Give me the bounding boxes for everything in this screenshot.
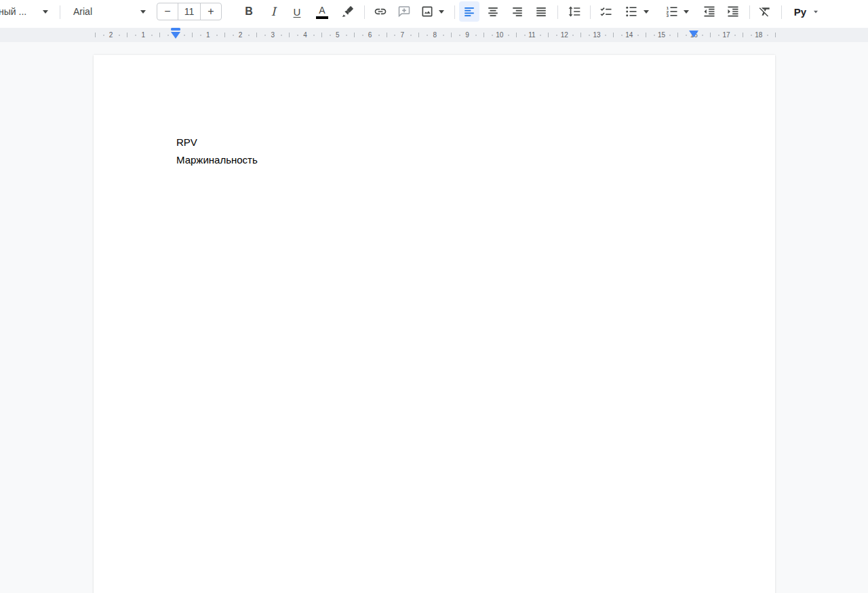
chevron-down-icon[interactable]	[682, 1, 691, 22]
decrease-font-size-button[interactable]: −	[157, 3, 178, 20]
ruler-tick	[451, 33, 452, 37]
ruler-number: 1	[206, 32, 210, 39]
link-icon	[374, 5, 387, 18]
ruler-number: 1	[141, 32, 145, 39]
ruler-dot	[184, 35, 185, 36]
ruler-dot	[427, 35, 428, 36]
ruler-tick	[95, 33, 96, 37]
underline-button[interactable]: U	[287, 1, 307, 22]
ruler-number: 18	[755, 32, 762, 39]
ruler-tick	[743, 33, 743, 37]
document-page[interactable]: RPVМаржинальность	[94, 55, 775, 593]
line-spacing-icon	[568, 5, 581, 18]
add-comment-button[interactable]	[394, 1, 414, 22]
numbered-list-button[interactable]: 123	[662, 1, 682, 22]
chevron-down-icon[interactable]	[811, 1, 821, 22]
comment-add-icon	[397, 5, 411, 18]
ruler-tick	[127, 33, 127, 37]
ruler-tick	[256, 33, 257, 37]
toolbar-separator	[749, 5, 750, 19]
font-family-selector[interactable]: Arial	[73, 1, 92, 22]
ruler-number: 5	[336, 32, 340, 39]
left-indent-marker[interactable]	[171, 32, 180, 39]
chevron-down-icon[interactable]	[437, 1, 446, 22]
ruler-number: 10	[496, 32, 503, 39]
ruler-dot	[540, 35, 541, 36]
right-indent-marker[interactable]	[689, 31, 698, 37]
ruler-dot	[508, 35, 509, 36]
paragraph-style-selector[interactable]: ный ...	[0, 1, 34, 22]
checklist-button[interactable]	[596, 1, 616, 22]
numbered-list-icon: 123	[665, 5, 679, 18]
bulleted-list-icon	[625, 5, 638, 18]
ruler-tick	[418, 33, 419, 37]
document-text-area[interactable]: RPVМаржинальность	[176, 134, 693, 169]
ruler-dot	[669, 35, 671, 36]
font-size-control: − 11 +	[157, 3, 222, 20]
formatting-toolbar: ный ... Arial − 11 + B I U A	[0, 0, 868, 27]
insert-link-button[interactable]	[370, 1, 391, 22]
chevron-down-icon[interactable]	[642, 1, 651, 22]
ruler-dot	[492, 35, 493, 36]
ruler-tick	[677, 33, 678, 37]
ruler-number: 17	[723, 32, 730, 39]
image-icon	[420, 5, 434, 18]
ruler-tick	[159, 33, 160, 37]
toolbar-separator	[557, 5, 558, 19]
italic-button[interactable]: I	[263, 1, 283, 22]
ruler-dot	[637, 35, 639, 36]
ruler-dot	[605, 35, 606, 36]
ruler-dot	[702, 35, 703, 36]
insert-image-button[interactable]	[417, 1, 437, 22]
ruler-number: 7	[401, 32, 405, 39]
ruler-number: 9	[465, 32, 469, 39]
ruler-dot	[654, 35, 655, 36]
ruler-dot	[589, 35, 590, 36]
doc-paragraph[interactable]: RPV	[176, 134, 693, 151]
ruler-number: 4	[303, 32, 307, 39]
input-tools-button[interactable]: Ру	[789, 1, 812, 22]
ruler-number: 13	[593, 32, 600, 39]
ruler-dot	[346, 35, 347, 36]
text-color-button[interactable]: A	[312, 1, 332, 22]
increase-font-size-button[interactable]: +	[200, 3, 222, 20]
doc-paragraph[interactable]: Маржинальность	[176, 151, 693, 169]
ruler-dot	[443, 35, 444, 36]
ruler-tick	[646, 33, 646, 37]
bulleted-list-button[interactable]	[621, 1, 642, 22]
highlighter-icon	[341, 5, 355, 18]
line-spacing-button[interactable]	[564, 1, 585, 22]
ruler-number: 14	[625, 32, 633, 39]
ruler-tick	[387, 33, 387, 37]
ruler-dot	[572, 35, 574, 36]
ruler-tick	[484, 33, 484, 37]
first-line-indent-marker[interactable]	[171, 28, 180, 31]
ruler-dot	[718, 35, 719, 36]
toolbar-separator	[364, 5, 365, 19]
ruler: 21123456789101112131415161718	[0, 28, 868, 42]
ruler-dot	[330, 35, 331, 36]
font-size-input[interactable]: 11	[178, 3, 201, 20]
chevron-down-icon[interactable]	[41, 1, 50, 22]
align-right-icon	[511, 5, 524, 18]
ruler-dot	[200, 35, 201, 36]
toolbar-separator	[454, 5, 455, 19]
align-center-button[interactable]	[483, 1, 503, 22]
highlight-color-button[interactable]	[338, 1, 358, 22]
chevron-down-icon[interactable]	[138, 1, 148, 22]
increase-indent-button[interactable]	[723, 1, 743, 22]
bold-button[interactable]: B	[239, 1, 259, 22]
toolbar-separator	[781, 5, 782, 19]
ruler-dot	[524, 35, 526, 36]
align-right-button[interactable]	[507, 1, 528, 22]
justify-button[interactable]	[531, 1, 551, 22]
ruler-number: 3	[271, 32, 275, 39]
ruler-dot	[751, 35, 752, 36]
clear-formatting-button[interactable]	[755, 1, 775, 22]
ruler-tick	[775, 33, 776, 37]
ruler-dot	[151, 35, 153, 36]
toolbar-separator	[60, 5, 60, 19]
ruler-dot	[459, 35, 460, 36]
align-left-button[interactable]	[459, 1, 479, 22]
decrease-indent-button[interactable]	[699, 1, 719, 22]
